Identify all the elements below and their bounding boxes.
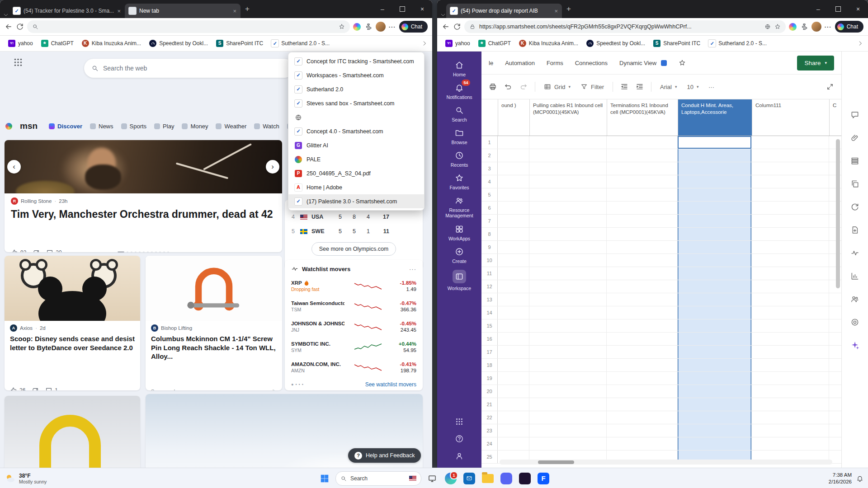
grid-cell[interactable] xyxy=(752,398,829,411)
menu-item[interactable]: Connections xyxy=(575,60,608,66)
grid-cell[interactable] xyxy=(752,228,829,240)
grid-cell[interactable] xyxy=(607,254,678,267)
sidebar-item[interactable]: Create xyxy=(437,247,483,264)
see-more-olympics-button[interactable]: See more on Olympics.com xyxy=(311,242,396,256)
grid-cell[interactable] xyxy=(752,149,829,162)
grid-cell[interactable] xyxy=(498,319,529,332)
grid-cell[interactable] xyxy=(529,306,607,319)
msn-nav-item[interactable]: Sports xyxy=(121,123,147,130)
bookmark-menu-item[interactable]: ✓ Concept 4.0 - Smartsheet.com xyxy=(288,124,424,138)
grid-cell[interactable] xyxy=(752,136,829,149)
refresh-button[interactable] xyxy=(16,23,24,31)
grid-cell[interactable] xyxy=(607,346,678,358)
undo-button[interactable] xyxy=(501,80,515,94)
ai-icon[interactable] xyxy=(850,341,859,350)
bookmark-menu-item[interactable]: A Home | Adobe xyxy=(288,180,424,194)
grid-cell[interactable] xyxy=(529,333,607,345)
back-button[interactable] xyxy=(5,23,13,31)
tab-close-icon[interactable]: × xyxy=(233,8,236,14)
chat-button[interactable]: Chat xyxy=(399,21,428,33)
tab-close-icon[interactable]: × xyxy=(554,8,558,14)
bookmark-item[interactable]: Speedtest by Ookl... xyxy=(583,38,649,48)
ad-choices-icon[interactable]: ▷ xyxy=(273,388,277,390)
row-number[interactable]: 4 xyxy=(481,175,498,188)
grid-cell[interactable] xyxy=(529,175,607,188)
row-number[interactable]: 5 xyxy=(481,188,498,201)
sidebar-item[interactable]: 54 Notifications xyxy=(437,83,483,100)
grid-cell[interactable] xyxy=(607,215,678,227)
font-size-selector[interactable]: 10▾ xyxy=(683,81,703,93)
vertical-scrollbar[interactable] xyxy=(835,138,840,452)
sidebar-item[interactable]: Recents xyxy=(437,151,483,168)
grid-cell[interactable] xyxy=(752,359,829,371)
filter-button[interactable]: Filter xyxy=(576,81,608,93)
web-search-box[interactable]: Search the web xyxy=(84,59,294,78)
grid-cell[interactable] xyxy=(678,162,752,175)
grid-cell[interactable] xyxy=(678,267,752,280)
grid-cell[interactable] xyxy=(498,136,529,149)
grid-cell[interactable] xyxy=(498,437,529,450)
expand-icon[interactable] xyxy=(823,80,837,94)
grid-cell[interactable] xyxy=(498,411,529,424)
outlook-icon[interactable] xyxy=(462,471,477,486)
bookmark-menu-item[interactable]: ✓ Concept for ITC tracking - Smartsheet.… xyxy=(288,54,424,68)
column-header[interactable]: Terminations R1 Inbound cell (MCP0001)(4… xyxy=(607,99,678,136)
copy-icon[interactable] xyxy=(850,179,859,188)
carousel-prev-button[interactable]: ‹ xyxy=(7,160,21,174)
notifications-bell-icon[interactable] xyxy=(856,475,863,482)
grid-cell[interactable] xyxy=(529,437,607,450)
more-menu-icon[interactable]: ··· xyxy=(389,23,396,30)
grid-cell[interactable] xyxy=(752,188,829,201)
attachment-icon[interactable] xyxy=(850,133,859,142)
bookmark-item[interactable]: * ChatGPT xyxy=(38,38,77,48)
grid-cell[interactable] xyxy=(607,319,678,332)
row-number[interactable]: 16 xyxy=(481,333,498,345)
grid-cell[interactable] xyxy=(752,254,829,267)
grid-cell[interactable] xyxy=(678,215,752,227)
grid-cell[interactable] xyxy=(498,215,529,227)
activity-icon[interactable] xyxy=(850,249,859,258)
browser-tab[interactable]: ✓ (54) Power drop daily report AIB × xyxy=(446,4,562,18)
grid-cell[interactable] xyxy=(678,411,752,424)
grid-cell[interactable] xyxy=(498,346,529,358)
grid-cell[interactable] xyxy=(678,254,752,267)
sidebar-item[interactable]: Search xyxy=(437,106,483,122)
grid-cell[interactable] xyxy=(607,385,678,398)
msn-nav-item[interactable]: News xyxy=(90,123,113,130)
row-number[interactable]: 19 xyxy=(481,372,498,385)
grid-cell[interactable] xyxy=(752,385,829,398)
msn-logo[interactable]: msn xyxy=(20,121,38,131)
comment-icon[interactable] xyxy=(850,110,859,119)
taskbar-clock[interactable]: 7:38 AM 2/16/2026 xyxy=(829,472,852,485)
grid-cell[interactable] xyxy=(678,293,752,306)
grid-cell[interactable] xyxy=(678,346,752,358)
view-selector[interactable]: Grid▾ xyxy=(540,81,575,93)
sidebar-item[interactable]: Browse xyxy=(437,128,483,145)
close-button[interactable]: × xyxy=(848,0,868,18)
tab-close-icon[interactable]: × xyxy=(117,8,121,14)
grid-cell[interactable] xyxy=(529,385,607,398)
refresh-button[interactable] xyxy=(453,23,461,31)
bookmark-menu-item[interactable]: G Glitter AI xyxy=(288,138,424,152)
edge-icon[interactable]: 1 xyxy=(443,471,458,486)
row-number[interactable]: 12 xyxy=(481,280,498,293)
file-explorer-icon[interactable] xyxy=(480,471,495,486)
address-input[interactable]: https://app.smartsheet.com/sheets/qFR2pG… xyxy=(479,23,761,30)
apps-grid-icon[interactable] xyxy=(13,57,24,68)
sidebar-item[interactable]: Workspace xyxy=(437,270,483,291)
profile-avatar[interactable] xyxy=(811,22,821,32)
bookmark-menu-item[interactable]: ✓ Steves sand box - Smartsheet.com xyxy=(288,96,424,110)
form-icon[interactable] xyxy=(850,225,859,235)
account-icon[interactable] xyxy=(455,451,464,460)
grid-cell[interactable] xyxy=(678,306,752,319)
grid-cell[interactable] xyxy=(752,162,829,175)
grid-cell[interactable] xyxy=(678,149,752,162)
grid-cell[interactable] xyxy=(607,267,678,280)
row-number[interactable]: 15 xyxy=(481,319,498,332)
copilot-icon[interactable] xyxy=(353,23,361,31)
row-number[interactable]: 20 xyxy=(481,385,498,398)
watchlist-row[interactable]: XRP Dropping fast -1.85% 1.49 xyxy=(285,276,423,296)
article-headline[interactable]: Tim Very, Manchester Orchestra drummer, … xyxy=(11,208,276,221)
grid-cell[interactable] xyxy=(607,175,678,188)
grid-cell[interactable] xyxy=(752,267,829,280)
